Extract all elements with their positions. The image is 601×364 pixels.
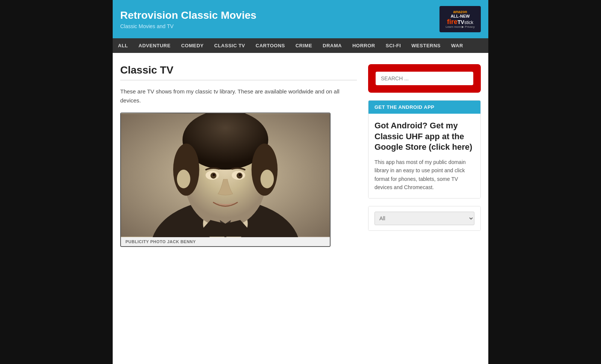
site-header: Retrovision Classic Movies Classic Movie… [113, 0, 488, 38]
svg-point-14 [177, 170, 190, 188]
stick-label: stick [464, 20, 473, 25]
category-select[interactable]: All [374, 212, 474, 225]
nav-link-drama[interactable]: DRAMA [317, 38, 347, 53]
nav-link-westerns[interactable]: WESTERNS [406, 38, 446, 53]
main-content: Classic TV These are TV shows from my cl… [120, 60, 357, 247]
page-description: These are TV shows from my classic tv li… [120, 87, 357, 105]
android-app-widget: GET THE ANDROID APP Got Android? Get my … [368, 100, 481, 199]
featured-image [121, 113, 330, 237]
android-widget-body: Got Android? Get my Classic UHF app at t… [368, 114, 480, 198]
nav-item-drama[interactable]: DRAMA [317, 38, 347, 53]
sidebar: GET THE ANDROID APP Got Android? Get my … [368, 60, 481, 247]
image-caption: PUBLICITY PHOTO JACK BENNY [121, 237, 330, 246]
main-nav: ALL ADVENTURE COMEDY CLASSIC TV CARTOONS… [113, 38, 488, 53]
site-branding: Retrovision Classic Movies Classic Movie… [120, 9, 257, 29]
right-decorative-panel [488, 0, 601, 364]
site-tagline: Classic Movies and TV [120, 23, 257, 29]
nav-item-comedy[interactable]: COMEDY [176, 38, 209, 53]
search-widget [368, 64, 481, 93]
bottom-widget-body: All [368, 206, 480, 230]
fire-label: fire [447, 18, 458, 26]
android-widget-header: GET THE ANDROID APP [368, 101, 480, 114]
svg-point-13 [239, 174, 241, 176]
nav-link-classic-tv[interactable]: CLASSIC TV [209, 38, 250, 53]
search-input[interactable] [376, 72, 473, 85]
nav-item-classic-tv[interactable]: CLASSIC TV [209, 38, 250, 53]
page-title: Classic TV [120, 60, 357, 76]
nav-item-crime[interactable]: CRIME [290, 38, 317, 53]
bottom-widget: All [368, 206, 481, 231]
nav-link-comedy[interactable]: COMEDY [176, 38, 209, 53]
svg-point-6 [173, 144, 199, 196]
nav-item-all[interactable]: ALL [113, 38, 133, 53]
page-wrapper: Retrovision Classic Movies Classic Movie… [113, 0, 488, 364]
content-area: Classic TV These are TV shows from my cl… [113, 53, 488, 254]
nav-link-crime[interactable]: CRIME [290, 38, 317, 53]
nav-link-horror[interactable]: HORROR [347, 38, 381, 53]
nav-item-adventure[interactable]: ADVENTURE [133, 38, 176, 53]
nav-item-westerns[interactable]: WESTERNS [406, 38, 446, 53]
left-decorative-panel [0, 0, 113, 364]
tv-label: TV [458, 19, 464, 25]
nav-item-scifi[interactable]: SCI-FI [381, 38, 406, 53]
nav-item-horror[interactable]: HORROR [347, 38, 381, 53]
nav-link-cartoons[interactable]: CARTOONS [251, 38, 290, 53]
nav-item-war[interactable]: WAR [446, 38, 468, 53]
amazon-label: amazon [453, 10, 467, 14]
amazon-ad-badge[interactable]: amazon ALL-NEW fireTVstick Learn more ▶ … [439, 6, 481, 32]
portrait-svg [121, 113, 330, 237]
title-divider [120, 80, 357, 80]
nav-link-war[interactable]: WAR [446, 38, 468, 53]
nav-list: ALL ADVENTURE COMEDY CLASSIC TV CARTOONS… [113, 38, 488, 53]
nav-item-cartoons[interactable]: CARTOONS [251, 38, 290, 53]
android-app-description: This app has most of my public domain li… [374, 158, 474, 192]
nav-link-scifi[interactable]: SCI-FI [381, 38, 406, 53]
android-app-title[interactable]: Got Android? Get my Classic UHF app at t… [374, 120, 474, 153]
site-title: Retrovision Classic Movies [120, 9, 257, 22]
fire-tv-label: fireTVstick [447, 18, 473, 25]
learn-more-label: Learn more ▶ Privacy [445, 25, 475, 29]
svg-point-15 [260, 170, 274, 188]
svg-point-12 [213, 174, 215, 176]
svg-point-7 [252, 144, 278, 196]
featured-image-container: PUBLICITY PHOTO JACK BENNY [120, 113, 331, 247]
nav-link-adventure[interactable]: ADVENTURE [133, 38, 176, 53]
nav-link-all[interactable]: ALL [113, 38, 133, 53]
